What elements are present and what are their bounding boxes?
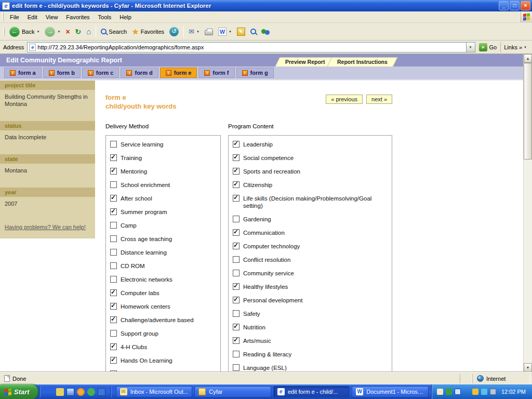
checkbox-row[interactable]: Youth Center bbox=[110, 367, 216, 372]
checkbox-row[interactable]: Conflict resolution bbox=[233, 253, 388, 267]
form-tab[interactable]: ! form a bbox=[4, 68, 42, 78]
checkbox-row[interactable]: Computer technology bbox=[233, 240, 388, 253]
checkbox-row[interactable]: Training bbox=[110, 151, 216, 165]
checkbox-row[interactable]: Arts/music bbox=[233, 334, 388, 348]
quick-launch-icon[interactable] bbox=[66, 388, 74, 396]
checkbox[interactable] bbox=[233, 195, 240, 202]
checkbox-row[interactable]: Service learning bbox=[110, 138, 216, 151]
forward-dropdown-icon[interactable]: ▼ bbox=[57, 30, 60, 33]
title-bar[interactable]: e edit form e - child/youth keywords - C… bbox=[0, 0, 532, 11]
toolbar-grip[interactable] bbox=[3, 28, 5, 36]
checkbox[interactable] bbox=[110, 235, 117, 242]
tray-icon[interactable] bbox=[437, 389, 443, 395]
checkbox-row[interactable]: Language (ESL) bbox=[233, 361, 388, 372]
checkbox[interactable] bbox=[233, 243, 240, 249]
research-button[interactable] bbox=[248, 27, 259, 36]
links-chevron-icon[interactable]: » bbox=[519, 44, 522, 50]
form-tab[interactable]: ! form g bbox=[236, 68, 274, 78]
checkbox[interactable] bbox=[110, 343, 117, 350]
checkbox[interactable] bbox=[233, 181, 240, 188]
checkbox-row[interactable]: Sports and recreation bbox=[233, 165, 388, 178]
checkbox[interactable] bbox=[110, 330, 117, 337]
quick-launch-icon[interactable] bbox=[87, 388, 95, 396]
checkbox[interactable] bbox=[233, 364, 240, 371]
menu-item[interactable]: Help bbox=[115, 12, 136, 22]
quick-launch-icon[interactable] bbox=[56, 388, 64, 396]
checkbox[interactable] bbox=[233, 256, 240, 263]
checkbox[interactable] bbox=[110, 141, 117, 148]
tray-icon[interactable] bbox=[481, 389, 487, 395]
checkbox[interactable] bbox=[233, 283, 240, 290]
checkbox[interactable] bbox=[233, 337, 240, 344]
checkbox-row[interactable]: School enrichment bbox=[110, 178, 216, 192]
checkbox[interactable] bbox=[233, 216, 240, 222]
checkbox-row[interactable]: Support group bbox=[110, 327, 216, 340]
checkbox[interactable] bbox=[233, 141, 240, 148]
checkbox-row[interactable]: Camp bbox=[110, 219, 216, 232]
form-tab[interactable]: ! form b bbox=[43, 68, 81, 78]
checkbox[interactable] bbox=[110, 195, 117, 202]
checkbox-row[interactable]: CD ROM bbox=[110, 259, 216, 273]
tray-icon[interactable] bbox=[463, 389, 470, 395]
checkbox-row[interactable]: Nutrition bbox=[233, 321, 388, 334]
checkbox[interactable] bbox=[233, 270, 240, 276]
tray-icon[interactable] bbox=[472, 389, 478, 395]
checkbox-row[interactable]: Leadership bbox=[233, 138, 388, 151]
checkbox[interactable] bbox=[110, 262, 117, 269]
checkbox[interactable] bbox=[110, 276, 117, 283]
checkbox[interactable] bbox=[110, 208, 117, 215]
tray-icon[interactable] bbox=[490, 389, 496, 395]
mail-dropdown-icon[interactable]: ▼ bbox=[196, 30, 200, 33]
menu-item[interactable]: Tools bbox=[94, 12, 116, 22]
scroll-down-button[interactable]: ▼ bbox=[524, 363, 532, 372]
menu-item[interactable]: Edit bbox=[23, 12, 42, 22]
messenger-button[interactable] bbox=[259, 28, 272, 35]
checkbox[interactable] bbox=[233, 297, 240, 303]
checkbox[interactable] bbox=[233, 229, 240, 236]
checkbox-row[interactable]: Summer program bbox=[110, 205, 216, 219]
close-button[interactable]: × bbox=[521, 1, 530, 10]
form-tab[interactable]: ! form e bbox=[160, 68, 197, 78]
checkbox-row[interactable]: 4-H Clubs bbox=[110, 340, 216, 354]
checkbox[interactable] bbox=[110, 154, 117, 161]
address-field[interactable]: e ▼ bbox=[27, 42, 475, 52]
menu-item[interactable]: View bbox=[42, 12, 62, 22]
checkbox-row[interactable]: Distance learning bbox=[110, 246, 216, 259]
start-button[interactable]: Start bbox=[0, 384, 38, 399]
header-tab[interactable]: Report Instructions bbox=[327, 57, 398, 66]
quick-launch-icon[interactable] bbox=[98, 388, 105, 396]
form-tab[interactable]: ! form d bbox=[121, 68, 158, 78]
quick-launch-icon[interactable] bbox=[77, 388, 85, 396]
vertical-scrollbar[interactable]: ▲ ▼ bbox=[523, 54, 532, 372]
search-button[interactable]: Search bbox=[98, 27, 129, 36]
discuss-button[interactable]: ✎ bbox=[234, 26, 248, 37]
task-button[interactable]: Document1 - Microsof... bbox=[352, 386, 429, 397]
header-tab[interactable]: Preview Report bbox=[275, 57, 335, 66]
checkbox[interactable] bbox=[233, 154, 240, 161]
task-button[interactable]: Cyfar bbox=[194, 386, 271, 397]
home-button[interactable]: ⌂ bbox=[84, 25, 94, 37]
checkbox[interactable] bbox=[110, 249, 117, 256]
links-button[interactable]: Links » ▼ bbox=[500, 42, 530, 52]
checkbox-row[interactable]: Communication bbox=[233, 226, 388, 240]
stop-button[interactable]: × bbox=[63, 26, 72, 37]
tray-icon[interactable] bbox=[455, 389, 461, 395]
checkbox-row[interactable]: After school bbox=[110, 192, 216, 205]
menu-item[interactable]: File bbox=[6, 12, 23, 22]
checkbox-row[interactable]: Cross age teaching bbox=[110, 232, 216, 246]
task-button[interactable]: edit form e - child/... bbox=[273, 386, 350, 397]
next-button[interactable]: next » bbox=[366, 95, 392, 104]
maximize-button[interactable]: □ bbox=[510, 1, 520, 10]
checkbox-row[interactable]: Homework centers bbox=[110, 300, 216, 313]
checkbox-row[interactable]: Computer labs bbox=[110, 286, 216, 300]
checkbox-row[interactable]: Gardening bbox=[233, 212, 388, 226]
checkbox[interactable] bbox=[233, 324, 240, 330]
previous-button[interactable]: « previous bbox=[326, 95, 363, 104]
task-button[interactable]: Inbox - Microsoft Out... bbox=[116, 386, 193, 397]
checkbox-row[interactable]: Hands On Learning bbox=[110, 354, 216, 367]
scroll-up-button[interactable]: ▲ bbox=[524, 54, 532, 63]
form-tab[interactable]: ! form f bbox=[198, 68, 234, 78]
mail-button[interactable]: ✉ ▼ bbox=[186, 26, 202, 37]
checkbox-row[interactable]: Reading & literacy bbox=[233, 348, 388, 361]
checkbox-row[interactable]: Mentoring bbox=[110, 165, 216, 178]
